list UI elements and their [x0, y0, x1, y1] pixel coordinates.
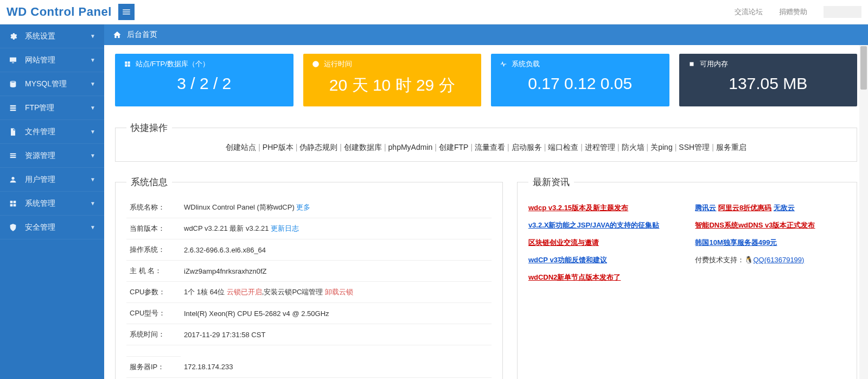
chevron-down-icon: ▼ [90, 129, 95, 135]
card-value: 0.17 0.12 0.05 [500, 74, 661, 93]
ftp-icon [9, 104, 17, 112]
sidebar-label: 安全管理 [25, 223, 90, 232]
sidebar-label: 网站管理 [25, 55, 90, 65]
card-uptime: 运行时间 20 天 10 时 29 分 [303, 54, 482, 106]
sidebar-item-system-manage[interactable]: 系统管理 ▼ [0, 192, 104, 216]
quick-link[interactable]: 进程管理 [585, 143, 615, 151]
apps-icon [124, 60, 131, 68]
quick-link[interactable]: 端口检查 [548, 143, 578, 151]
main-area: 后台首页 站点/FTP/数据库（个） 3 / 2 / 2 运行时间 20 天 1… [104, 24, 868, 379]
news-left-col: wdcp v3.2.15版本及新主题发布v3.2.X新功能之JSP/JAVA的支… [528, 199, 679, 286]
sidebar-label: 系统设置 [25, 31, 90, 41]
pulse-icon [500, 60, 507, 68]
file-icon [9, 128, 17, 136]
quick-link[interactable]: 创建数据库 [344, 143, 382, 151]
sidebar-item-site-manage[interactable]: 网站管理 ▼ [0, 48, 104, 72]
quick-links: 创建站点|PHP版本|伪静态规则|创建数据库|phpMyAdmin|创建FTP|… [126, 143, 846, 153]
sidebar-label: 文件管理 [25, 127, 90, 137]
card-memory: 可用内存 137.05 MB [679, 54, 858, 106]
quick-actions-panel: 快捷操作 创建站点|PHP版本|伪静态规则|创建数据库|phpMyAdmin|创… [115, 122, 857, 162]
chip-icon [688, 60, 695, 68]
clock-icon [312, 60, 320, 68]
sidebar-label: MYSQL管理 [25, 79, 90, 89]
sidebar-label: 资源管理 [25, 151, 90, 161]
gear-icon [9, 32, 17, 41]
quick-link[interactable]: 防火墙 [622, 143, 644, 151]
quick-link[interactable]: 流量查看 [475, 143, 505, 151]
forum-link[interactable]: 交流论坛 [735, 7, 763, 17]
uninstall-yunsuo-link[interactable]: 卸载云锁 [325, 288, 353, 296]
top-bar: WD Control Panel 交流论坛 捐赠赞助 [0, 0, 868, 24]
quick-link[interactable]: phpMyAdmin [388, 143, 433, 151]
donate-link[interactable]: 捐赠赞助 [779, 7, 807, 17]
more-link[interactable]: 更多 [296, 203, 310, 211]
top-right-nav: 交流论坛 捐赠赞助 [735, 6, 861, 18]
news-link[interactable]: 腾讯云 [695, 204, 716, 212]
quick-link[interactable]: PHP版本 [263, 143, 293, 151]
scrollbar-thumb[interactable] [860, 46, 867, 90]
scrollbar[interactable] [859, 45, 868, 379]
sidebar-item-file[interactable]: 文件管理 ▼ [0, 120, 104, 144]
card-value: 137.05 MB [688, 74, 849, 93]
news-right-col: 腾讯云 阿里云8折优惠码 无敌云智能DNS系统wdDNS v3版本正式发布韩国1… [695, 199, 846, 286]
sidebar-item-security[interactable]: 安全管理 ▼ [0, 216, 104, 239]
system-info-panel: 系统信息 系统名称：WDlinux Control Panel (简称wdCP)… [115, 176, 503, 379]
sidebar-item-ftp[interactable]: FTP管理 ▼ [0, 96, 104, 120]
quick-legend: 快捷操作 [126, 122, 172, 134]
chevron-down-icon: ▼ [90, 153, 95, 159]
breadcrumb: 后台首页 [104, 24, 868, 45]
sidebar-item-resource[interactable]: 资源管理 ▼ [0, 144, 104, 168]
sidebar-label: 系统管理 [25, 199, 90, 209]
news-link[interactable]: 韩国10M独享服务器499元 [695, 234, 846, 251]
news-legend: 最新资讯 [528, 176, 574, 188]
chevron-down-icon: ▼ [90, 224, 95, 230]
monitor-icon [9, 56, 17, 65]
shield-icon [9, 223, 17, 232]
news-link[interactable]: wdCDN2新单节点版本发布了 [528, 269, 679, 286]
stat-cards: 站点/FTP/数据库（个） 3 / 2 / 2 运行时间 20 天 10 时 2… [115, 54, 857, 106]
sysinfo-table: 系统名称：WDlinux Control Panel (简称wdCP) 更多 当… [126, 197, 492, 378]
user-block[interactable] [824, 6, 861, 18]
support-line: 付费技术支持：🐧QQ(613679199) [695, 251, 846, 269]
sidebar-label: 用户管理 [25, 175, 90, 185]
breadcrumb-title: 后台首页 [127, 30, 157, 40]
quick-link[interactable]: 关ping [650, 143, 672, 151]
chevron-down-icon: ▼ [90, 33, 95, 39]
changelog-link[interactable]: 更新日志 [271, 224, 299, 232]
content: 站点/FTP/数据库（个） 3 / 2 / 2 运行时间 20 天 10 时 2… [104, 45, 868, 379]
sidebar-item-user[interactable]: 用户管理 ▼ [0, 168, 104, 192]
card-value: 20 天 10 时 29 分 [312, 74, 473, 97]
home-icon [113, 30, 122, 39]
database-icon [9, 80, 17, 89]
news-link[interactable]: 阿里云8折优惠码 [718, 204, 771, 212]
chevron-down-icon: ▼ [90, 57, 95, 63]
hamburger-icon [122, 7, 131, 17]
news-link[interactable]: 无敌云 [774, 204, 795, 212]
menu-toggle-button[interactable] [118, 4, 135, 20]
sidebar-item-system-settings[interactable]: 系统设置 ▼ [0, 24, 104, 48]
quick-link[interactable]: 伪静态规则 [299, 143, 337, 151]
quick-link[interactable]: 启动服务 [512, 143, 542, 151]
list-icon [9, 151, 17, 160]
quick-link[interactable]: 创建站点 [226, 143, 256, 151]
card-value: 3 / 2 / 2 [124, 74, 285, 93]
qq-link[interactable]: QQ(613679199) [753, 256, 804, 264]
news-link[interactable]: 区块链创业交流与邀请 [528, 234, 679, 251]
news-link[interactable]: wdcp v3.2.15版本及新主题发布 [528, 199, 679, 217]
chevron-down-icon: ▼ [90, 200, 95, 206]
news-link[interactable]: wdCP v3功能反馈和建议 [528, 251, 679, 269]
card-sites: 站点/FTP/数据库（个） 3 / 2 / 2 [115, 54, 293, 106]
logo: WD Control Panel [7, 5, 112, 19]
quick-link[interactable]: 服务重启 [716, 143, 746, 151]
chevron-down-icon: ▼ [90, 176, 95, 182]
sysinfo-legend: 系统信息 [126, 176, 172, 188]
quick-link[interactable]: SSH管理 [679, 143, 710, 151]
chevron-down-icon: ▼ [90, 105, 95, 111]
news-link[interactable]: 智能DNS系统wdDNS v3版本正式发布 [695, 217, 846, 234]
news-link[interactable]: v3.2.X新功能之JSP/JAVA的支持的征集贴 [528, 217, 679, 234]
sidebar: 系统设置 ▼ 网站管理 ▼ MYSQL管理 ▼ FTP管理 ▼ 文件管理 ▼ 资… [0, 24, 104, 379]
sidebar-item-mysql[interactable]: MYSQL管理 ▼ [0, 72, 104, 96]
quick-link[interactable]: 创建FTP [439, 143, 468, 151]
chevron-down-icon: ▼ [90, 81, 95, 87]
card-load: 系统负载 0.17 0.12 0.05 [491, 54, 669, 106]
